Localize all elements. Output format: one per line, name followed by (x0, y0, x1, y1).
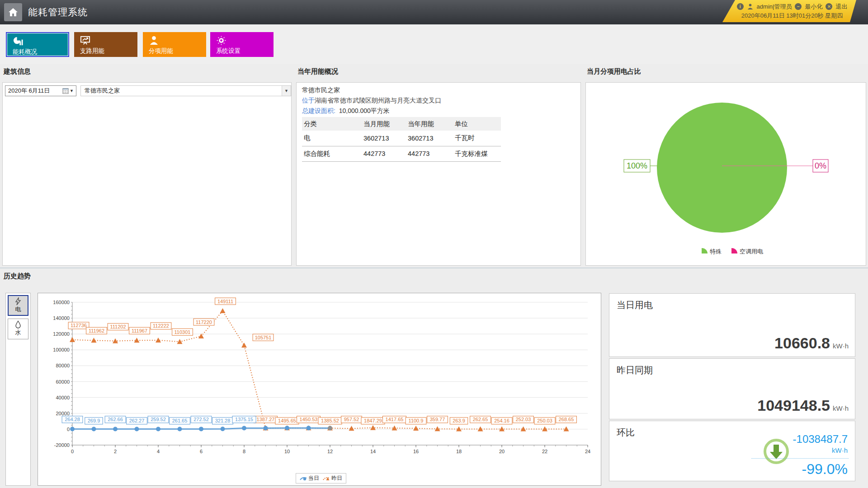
building-select-value: 常德市民之家 (81, 87, 282, 95)
y-tick-label: 120000 (53, 331, 70, 337)
pie-legend-special[interactable]: 特殊 (710, 248, 722, 255)
today-marker (307, 426, 311, 430)
data-label: 957.52 (344, 417, 359, 422)
x-tick-label: 4 (157, 449, 160, 454)
pie-slice-special (657, 103, 787, 233)
data-label: 1450.53 (300, 417, 318, 422)
yesterday-usage-card: 昨日同期 1049148.5kW·h (609, 358, 855, 419)
nav-button-settings[interactable]: 系统设置 (210, 32, 274, 57)
lightning-icon (14, 297, 22, 305)
minimize-button[interactable]: 最小化 (805, 3, 822, 11)
data-label: 1387.27 (257, 417, 275, 422)
yesterday-marker (499, 426, 505, 431)
exit-button[interactable]: 退出 (835, 3, 847, 11)
today-marker (135, 427, 139, 431)
y-tick-label: 160000 (53, 300, 70, 305)
ratio-diff-value: -1038487.7 (793, 433, 848, 446)
today-marker (264, 426, 268, 430)
history-title: 历史趋势 (4, 272, 31, 281)
tab-water[interactable]: 水 (8, 319, 28, 339)
table-cell: 千瓦时 (453, 131, 501, 146)
building-select[interactable]: 常德市民之家 ▼ (80, 85, 291, 96)
y-tick-label: -20000 (54, 442, 70, 448)
home-button[interactable] (4, 3, 22, 21)
table-cell: 千克标准煤 (453, 146, 501, 161)
x-tick-label: 8 (243, 449, 245, 454)
building-location: 位于湖南省常德市武陵区朗州路与月亮大道交叉口 (302, 97, 441, 105)
yesterday-marker (241, 343, 247, 347)
today-usage-card: 当日用电 10660.8kW·h (609, 293, 855, 357)
building-area: 总建设面积: 10,000.000平方米 (302, 107, 390, 115)
annual-overview-title: 当年用能概况 (297, 67, 338, 76)
minimize-icon[interactable]: − (795, 3, 802, 10)
data-label: 272.52 (193, 417, 209, 422)
x-tick-label: 10 (284, 449, 290, 454)
annual-overview-panel: 常德市民之家 位于湖南省常德市武陵区朗州路与月亮大道交叉口 总建设面积: 10,… (296, 82, 581, 266)
data-label: 1375.15 (235, 417, 253, 422)
nav-button-branch-energy[interactable]: 支路用能 (74, 32, 137, 57)
data-label: 263.9 (453, 418, 465, 423)
unit-label: kW·h (833, 342, 849, 350)
data-label: 254.16 (494, 418, 509, 423)
data-label: 105751 (255, 335, 272, 340)
nav-button-subitem-energy[interactable]: 分项用能 (143, 32, 206, 57)
date-picker[interactable]: 2020年 6月11日 ▼ (5, 85, 76, 96)
x-tick-label: 12 (327, 449, 333, 454)
data-label: 117220 (196, 319, 212, 325)
building-name: 常德市民之家 (302, 86, 340, 94)
unit-label: kW·h (833, 404, 849, 412)
today-marker (70, 427, 75, 431)
header-bar: 能耗管理系统 i admin|管理员 − 最小化 ✕ 退出 2020年06月11… (0, 0, 868, 24)
data-label: 111962 (89, 328, 104, 333)
chart-legend: 当日 昨日 (296, 473, 346, 483)
info-icon[interactable]: i (737, 3, 744, 10)
today-marker (221, 427, 225, 431)
date-value: 2020年 6月11日 (5, 87, 62, 95)
data-label: 250.03 (537, 418, 552, 423)
x-tick-label: 22 (542, 449, 547, 454)
table-header: 分类 (302, 117, 362, 131)
legend-today[interactable]: 当日 (300, 474, 319, 482)
person-icon (149, 35, 159, 46)
y-tick-label: 40000 (56, 395, 70, 400)
data-label: 321.28 (215, 418, 231, 423)
data-label: 111967 (132, 328, 147, 333)
y-tick-label: 80000 (56, 363, 70, 368)
x-tick-label: 16 (413, 449, 419, 454)
dropdown-arrow-icon[interactable]: ▼ (282, 86, 291, 96)
today-usage-value: 10660.8kW·h (774, 334, 849, 352)
x-tick-label: 0 (71, 449, 74, 454)
data-label: 359.77 (430, 417, 445, 422)
today-marker (328, 426, 332, 430)
table-cell: 3602713 (362, 131, 406, 146)
legend-line-dot-icon (300, 476, 307, 481)
x-tick-label: 18 (456, 449, 462, 454)
x-tick-label: 2 (114, 449, 117, 454)
tab-electricity[interactable]: 电 (8, 295, 28, 316)
person-icon (747, 3, 754, 10)
x-tick-label: 20 (499, 449, 505, 454)
pie-label-100: 100% (627, 161, 647, 170)
calendar-icon (62, 88, 69, 94)
down-arrow-circle-icon (763, 438, 789, 465)
data-label: 112736 (71, 323, 87, 328)
close-icon[interactable]: ✕ (826, 3, 832, 10)
nav-button-energy-overview[interactable]: 能耗概况 (6, 32, 69, 57)
yesterday-marker (70, 337, 75, 342)
data-label: 1385.52 (321, 418, 339, 423)
yesterday-marker (220, 308, 226, 313)
today-marker (199, 427, 203, 431)
data-label: 252.03 (516, 417, 531, 422)
yesterday-usage-value: 1049148.5kW·h (757, 397, 849, 414)
yesterday-marker (91, 338, 97, 343)
today-marker (113, 427, 118, 431)
legend-yesterday[interactable]: 昨日 (323, 474, 342, 482)
dropdown-arrow-icon: ▼ (69, 89, 76, 93)
pie-legend-aircon[interactable]: 空调用电 (740, 248, 763, 255)
x-tick-label: 24 (585, 449, 590, 454)
x-tick-label: 14 (370, 449, 376, 454)
data-label: 262.66 (108, 417, 123, 422)
yesterday-marker (413, 426, 419, 431)
ratio-card: 环比 -1038487.7 kW·h -99.0% (609, 421, 855, 481)
data-label: 262.27 (129, 418, 145, 423)
